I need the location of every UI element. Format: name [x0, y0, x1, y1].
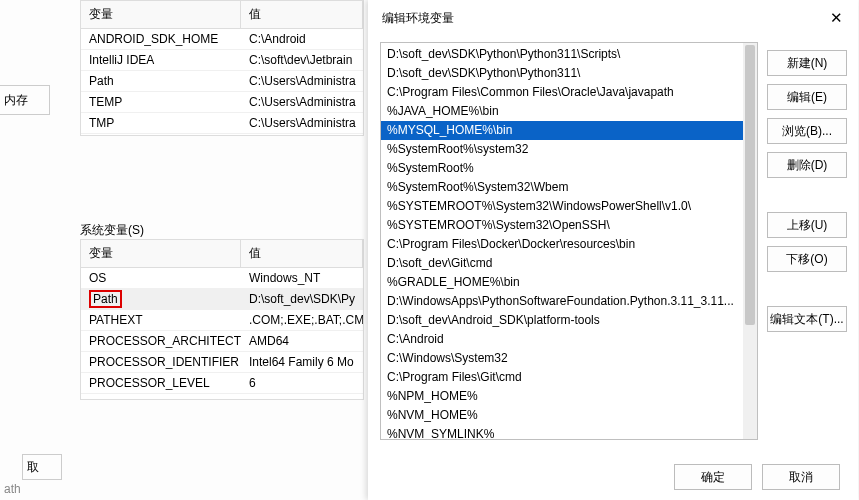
system-variables-label: 系统变量(S) — [80, 222, 144, 239]
edit-text-button[interactable]: 编辑文本(T)... — [767, 306, 847, 332]
list-item[interactable]: C:\Windows\System32 — [381, 349, 743, 368]
list-item[interactable]: %SystemRoot% — [381, 159, 743, 178]
list-item[interactable]: C:\Program Files\Common Files\Oracle\Jav… — [381, 83, 743, 102]
list-item[interactable]: %SystemRoot%\System32\Wbem — [381, 178, 743, 197]
table-row[interactable]: ANDROID_SDK_HOMEC:\Android — [81, 29, 363, 50]
col-value: 值 — [241, 1, 363, 28]
list-item[interactable]: %GRADLE_HOME%\bin — [381, 273, 743, 292]
col-var: 变量 — [81, 240, 241, 267]
user-variables-table[interactable]: 变量 值 ANDROID_SDK_HOMEC:\AndroidIntelliJ … — [80, 0, 364, 136]
path-listbox[interactable]: D:\soft_dev\SDK\Python\Python311\Scripts… — [380, 42, 758, 440]
list-item[interactable]: %SYSTEMROOT%\System32\WindowsPowerShell\… — [381, 197, 743, 216]
move-down-button[interactable]: 下移(O) — [767, 246, 847, 272]
table-header: 变量 值 — [81, 1, 363, 29]
scrollbar[interactable] — [743, 43, 757, 439]
side-buttons: 新建(N) 编辑(E) 浏览(B)... 删除(D) 上移(U) 下移(O) 编… — [767, 50, 847, 332]
table-row[interactable]: PROCESSOR_LEVEL6 — [81, 373, 363, 394]
close-icon[interactable]: ✕ — [826, 8, 846, 28]
list-item[interactable]: C:\Program Files\Docker\Docker\resources… — [381, 235, 743, 254]
list-item[interactable]: %NVM_HOME% — [381, 406, 743, 425]
scrollbar-thumb[interactable] — [745, 45, 755, 325]
list-item[interactable]: D:\soft_dev\Android_SDK\platform-tools — [381, 311, 743, 330]
list-item[interactable]: %NVM_SYMLINK% — [381, 425, 743, 439]
button-fragment[interactable]: 取 — [22, 454, 62, 480]
button-fragment-label: 取 — [27, 459, 39, 476]
table-row[interactable]: PROCESSOR_ARCHITECTUREAMD64 — [81, 331, 363, 352]
edit-path-dialog: 编辑环境变量 ✕ D:\soft_dev\SDK\Python\Python31… — [368, 0, 858, 500]
table-header: 变量 值 — [81, 240, 363, 268]
side-fragment: 内存 — [0, 85, 50, 115]
dialog-footer: 确定 取消 — [368, 464, 858, 490]
ok-button[interactable]: 确定 — [674, 464, 752, 490]
col-var: 变量 — [81, 1, 241, 28]
list-item[interactable]: %MYSQL_HOME%\bin — [381, 121, 743, 140]
list-item[interactable]: %JAVA_HOME%\bin — [381, 102, 743, 121]
list-item[interactable]: %SYSTEMROOT%\System32\OpenSSH\ — [381, 216, 743, 235]
list-item[interactable]: D:\soft_dev\Git\cmd — [381, 254, 743, 273]
list-item[interactable]: C:\Android — [381, 330, 743, 349]
delete-button[interactable]: 删除(D) — [767, 152, 847, 178]
table-row[interactable]: PathD:\soft_dev\SDK\Py — [81, 289, 363, 310]
table-row[interactable]: OSWindows_NT — [81, 268, 363, 289]
cancel-button[interactable]: 取消 — [762, 464, 840, 490]
list-item[interactable]: D:\WindowsApps\PythonSoftwareFoundation.… — [381, 292, 743, 311]
edit-button[interactable]: 编辑(E) — [767, 84, 847, 110]
table-row[interactable]: PROCESSOR_REVISION8e0a — [81, 394, 363, 400]
dialog-title: 编辑环境变量 — [382, 10, 454, 27]
move-up-button[interactable]: 上移(U) — [767, 212, 847, 238]
browse-button[interactable]: 浏览(B)... — [767, 118, 847, 144]
table-row[interactable]: IntelliJ IDEAC:\soft\dev\Jetbrain — [81, 50, 363, 71]
dialog-titlebar: 编辑环境变量 ✕ — [368, 0, 858, 32]
col-value: 值 — [241, 240, 363, 267]
list-item[interactable]: D:\soft_dev\SDK\Python\Python311\Scripts… — [381, 45, 743, 64]
table-row[interactable]: PathC:\Users\Administra — [81, 71, 363, 92]
table-row[interactable]: PROCESSOR_IDENTIFIERIntel64 Family 6 Mo — [81, 352, 363, 373]
system-variables-table[interactable]: 变量 值 OSWindows_NTPathD:\soft_dev\SDK\PyP… — [80, 239, 364, 400]
list-item[interactable]: %SystemRoot%\system32 — [381, 140, 743, 159]
list-item[interactable]: %NPM_HOME% — [381, 387, 743, 406]
table-row[interactable]: TMPC:\Users\Administra — [81, 113, 363, 134]
table-row[interactable]: PATHEXT.COM;.EXE;.BAT;.CM — [81, 310, 363, 331]
new-button[interactable]: 新建(N) — [767, 50, 847, 76]
ath-fragment: ath — [0, 482, 21, 496]
list-item[interactable]: C:\Program Files\Git\cmd — [381, 368, 743, 387]
side-fragment-label: 内存 — [4, 92, 28, 109]
list-item[interactable]: D:\soft_dev\SDK\Python\Python311\ — [381, 64, 743, 83]
table-row[interactable]: TEMPC:\Users\Administra — [81, 92, 363, 113]
